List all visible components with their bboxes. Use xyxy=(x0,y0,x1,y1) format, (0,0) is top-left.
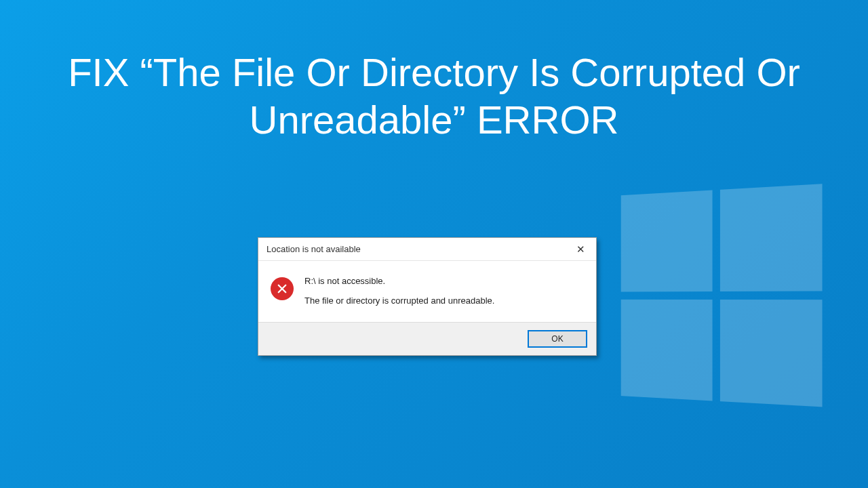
dialog-titlebar[interactable]: Location is not available ✕ xyxy=(258,238,596,261)
dialog-body: R:\ is not accessible. The file or direc… xyxy=(258,261,596,322)
message-detail: The file or directory is corrupted and u… xyxy=(304,296,584,306)
error-dialog: Location is not available ✕ R:\ is not a… xyxy=(258,237,597,356)
windows-logo-icon xyxy=(621,184,828,413)
page-headline: FIX “The File Or Directory Is Corrupted … xyxy=(0,49,868,143)
dialog-footer: OK xyxy=(258,322,596,355)
ok-button-label: OK xyxy=(551,334,563,344)
message-heading: R:\ is not accessible. xyxy=(304,276,584,286)
ok-button[interactable]: OK xyxy=(528,331,587,347)
error-icon xyxy=(271,277,294,300)
close-button[interactable]: ✕ xyxy=(570,242,591,257)
message-block: R:\ is not accessible. The file or direc… xyxy=(304,276,584,306)
dialog-title: Location is not available xyxy=(267,244,361,254)
close-icon: ✕ xyxy=(576,243,585,256)
